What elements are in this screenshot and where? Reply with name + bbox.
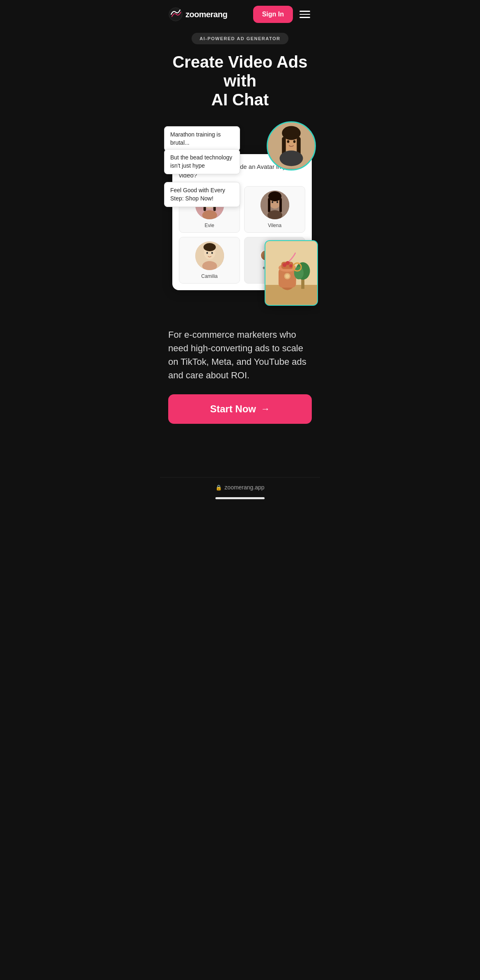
sign-in-button[interactable]: Sign In (253, 6, 293, 23)
logo: zoomerang (168, 7, 227, 22)
header-actions: Sign In (253, 6, 312, 23)
actor-camilia[interactable]: Camilia (179, 237, 240, 284)
chat-bubble-3: Feel Good with Every Step: Shop Now! (164, 182, 240, 207)
svg-point-29 (211, 252, 213, 254)
svg-rect-21 (279, 198, 282, 212)
avatar-float (267, 121, 316, 171)
footer: 🔒 zoomerang.app (160, 477, 320, 509)
svg-point-45 (289, 264, 293, 268)
svg-point-38 (285, 274, 289, 278)
product-image (265, 240, 317, 306)
actor-vilena-name: Vilena (268, 223, 281, 228)
menu-icon (299, 11, 310, 12)
avatar-float-image (268, 123, 315, 169)
actor-camilia-avatar (195, 241, 224, 270)
svg-point-6 (287, 140, 290, 143)
home-indicator (215, 497, 265, 499)
svg-point-27 (203, 243, 216, 251)
menu-icon (299, 14, 310, 15)
svg-point-22 (272, 201, 273, 203)
menu-button[interactable] (298, 9, 312, 20)
cta-section: Start Now → (160, 390, 320, 436)
footer-url: 🔒 zoomerang.app (168, 484, 312, 491)
start-now-button[interactable]: Start Now → (168, 394, 312, 424)
hero-badge: AI-POWERED AD GENERATOR (192, 33, 289, 44)
actor-camilia-name: Camilia (201, 273, 217, 279)
hero-section: AI-POWERED AD GENERATOR Create Video Ads… (160, 29, 320, 109)
cta-arrow-icon: → (261, 404, 270, 414)
logo-icon (168, 7, 183, 22)
svg-rect-20 (268, 198, 270, 212)
product-float (265, 240, 318, 306)
chat-bubble-2: But the bead technology isn't just hype (164, 149, 240, 174)
chat-bubble-1: Marathon training is brutal... (164, 126, 240, 151)
spacer (160, 436, 320, 477)
svg-point-28 (206, 252, 208, 254)
svg-point-8 (280, 150, 303, 166)
description-text: For e-commerce marketers who need high-c… (160, 318, 320, 390)
menu-icon (299, 17, 310, 18)
svg-point-23 (277, 201, 278, 203)
svg-point-41 (294, 266, 304, 279)
logo-text: zoomerang (185, 10, 227, 19)
actor-evie-name: Evie (205, 223, 214, 228)
actor-vilena-avatar (261, 191, 289, 219)
lock-icon: 🔒 (215, 484, 222, 491)
footer-domain: zoomerang.app (224, 484, 264, 491)
svg-point-7 (293, 140, 296, 143)
demo-area: Marathon training is brutal... But the b… (164, 121, 316, 318)
header: zoomerang Sign In (160, 0, 320, 29)
actor-vilena[interactable]: Vilena (244, 186, 305, 233)
cta-label: Start Now (210, 403, 256, 415)
svg-point-44 (286, 261, 290, 265)
hero-title: Create Video Ads with AI Chat (168, 52, 312, 109)
